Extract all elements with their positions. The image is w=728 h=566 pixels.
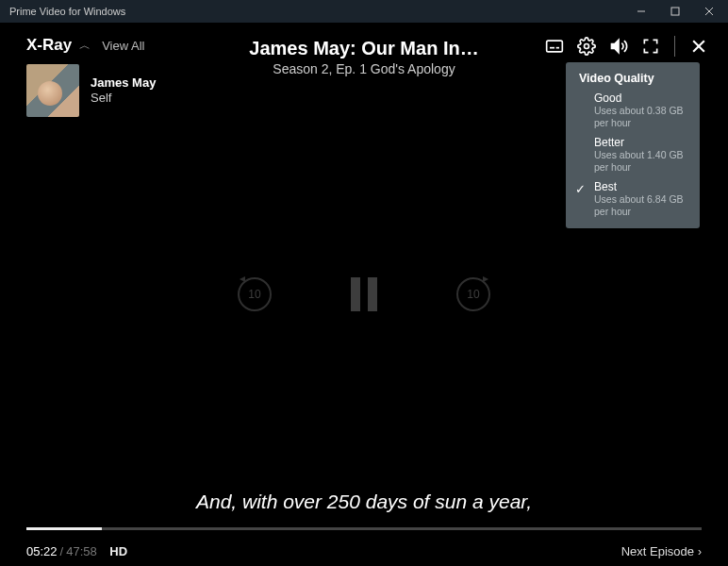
progress-bar[interactable]	[26, 527, 702, 530]
hd-badge: HD	[109, 544, 127, 558]
actor-thumbnail	[26, 64, 79, 117]
fullscreen-icon[interactable]	[640, 36, 661, 57]
quality-option-good[interactable]: Good Uses about 0.38 GB per hour	[566, 89, 700, 133]
quality-option-best[interactable]: Best Uses about 6.84 GB per hour	[566, 177, 700, 222]
window-titlebar: Prime Video for Windows	[0, 0, 728, 23]
progress-fill	[26, 527, 102, 530]
svg-rect-1	[671, 8, 679, 15]
title-block: James May: Our Man In… Season 2, Ep. 1 G…	[249, 38, 478, 76]
skip-back-button[interactable]: ▸ 10	[234, 274, 275, 315]
chevron-right-icon: ›	[698, 545, 702, 558]
subtitles-icon[interactable]	[544, 36, 565, 57]
quality-title: Video Quality	[566, 72, 700, 89]
window-controls	[626, 0, 724, 23]
chevron-up-icon[interactable]: ︿	[79, 38, 91, 54]
window-title: Prime Video for Windows	[9, 6, 125, 17]
skip-forward-button[interactable]: ▸ 10	[453, 274, 494, 315]
video-quality-popover: Video Quality Good Uses about 0.38 GB pe…	[566, 62, 700, 228]
svg-point-7	[585, 44, 589, 49]
actor-name: James May	[91, 75, 156, 91]
next-episode-button[interactable]: Next Episode ›	[621, 544, 702, 558]
window-close-button[interactable]	[694, 0, 724, 23]
actor-role: Self	[91, 91, 156, 106]
player-top-controls	[544, 36, 709, 57]
subtitle-text: And, with over 250 days of sun a year,	[0, 491, 728, 513]
maximize-button[interactable]	[660, 0, 690, 23]
svg-rect-4	[547, 41, 563, 52]
xray-panel: X-Ray ︿ View All James May Self	[26, 36, 156, 117]
quality-option-better[interactable]: Better Uses about 1.40 GB per hour	[566, 133, 700, 177]
time-duration: 47:58	[66, 544, 97, 558]
time-current: 05:22	[26, 544, 58, 558]
video-player[interactable]: X-Ray ︿ View All James May Self	[0, 23, 728, 566]
show-title: James May: Our Man In…	[249, 38, 478, 59]
close-player-icon[interactable]	[688, 36, 709, 57]
bottom-bar: 05:22/47:58 HD Next Episode ›	[26, 544, 702, 558]
pause-button[interactable]	[351, 277, 377, 311]
center-controls: ▸ 10 ▸ 10	[234, 274, 494, 315]
divider	[674, 36, 675, 57]
xray-label[interactable]: X-Ray	[26, 36, 72, 55]
xray-actor-item[interactable]: James May Self	[26, 64, 156, 117]
gear-icon[interactable]	[576, 36, 597, 57]
svg-marker-8	[612, 40, 620, 52]
episode-subtitle: Season 2, Ep. 1 God's Apology	[249, 61, 478, 76]
time-separator: /	[60, 544, 64, 558]
volume-icon[interactable]	[608, 36, 629, 57]
xray-view-all[interactable]: View All	[102, 39, 144, 53]
minimize-button[interactable]	[626, 0, 656, 23]
